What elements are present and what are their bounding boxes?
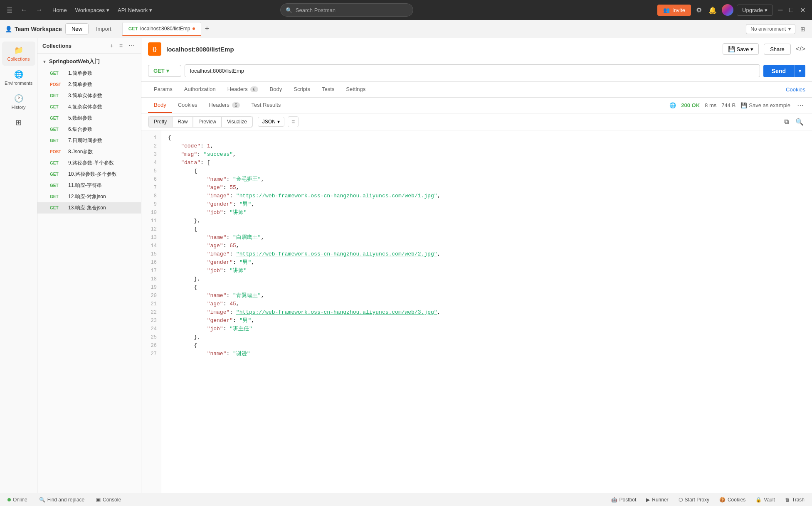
method-select[interactable]: GET ▾ [148,65,181,77]
upgrade-button[interactable]: Upgrade ▾ [737,5,773,16]
sidebar-item-collections[interactable]: 📁 Collections [2,42,35,66]
list-item[interactable]: GET 6.集合参数 [37,124,141,135]
json-viewer[interactable]: 1 2 3 4 5 6 7 8 9 10 11 12 13 14 15 16 1 [141,130,812,493]
runner-button[interactable]: ▶ Runner [644,497,671,503]
method-badge: GET [50,161,65,165]
save-as-example-button[interactable]: 💾 Save as example [740,102,790,108]
list-item[interactable]: GET 13.响应-集合json [37,202,141,214]
code-icon[interactable]: </> [796,45,805,53]
url-input[interactable] [185,64,760,77]
wrap-button[interactable]: ≡ [288,116,299,127]
topbar-nav: Home Workspaces ▾ API Network ▾ [49,5,155,15]
trash-button[interactable]: 🗑 Trash [782,497,807,503]
list-item[interactable]: GET 12.响应-对象json [37,191,141,202]
online-status[interactable]: Online [5,497,30,503]
response-time: 8 ms [705,102,716,108]
invite-button[interactable]: 👥 Invite [657,5,691,16]
sidebar-item-environments[interactable]: 🌐 Environments [2,66,35,90]
environment-selector[interactable]: No environment ▾ [746,24,795,34]
list-item[interactable]: GET 3.简单实体参数 [37,90,141,101]
collection-tree: ▼ SpringbootWeb入门 GET 1.简单参数 POST 2.简单参数… [37,54,141,493]
item-name: 10.路径参数-多个参数 [68,171,117,178]
list-item[interactable]: POST 2.简单参数 [37,79,141,90]
request-tab[interactable]: GET localhost:8080/listEmp [122,22,202,36]
tab-scripts[interactable]: Scripts [288,82,316,97]
workspaces-nav-item[interactable]: Workspaces ▾ [72,5,113,15]
cookies-link[interactable]: Cookies [786,82,805,97]
add-tab-button[interactable]: + [201,23,212,35]
notifications-icon[interactable]: 🔔 [707,5,718,16]
list-item[interactable]: GET 11.响应-字符串 [37,180,141,191]
close-button[interactable]: ✕ [798,5,807,16]
item-name: 11.响应-字符串 [68,182,102,189]
sidebar: 📁 Collections 🌐 Environments 🕐 History ⊞ [0,38,37,493]
api-network-nav-item[interactable]: API Network ▾ [114,5,155,15]
tab-params[interactable]: Params [148,82,178,97]
collection-folder[interactable]: ▼ SpringbootWeb入门 [37,55,141,68]
maximize-button[interactable]: □ [787,5,795,15]
send-button[interactable]: Send [763,65,794,77]
tab-tests[interactable]: Tests [316,82,340,97]
workspace-name[interactable]: 👤 Team Workspace [5,26,62,32]
tab-headers[interactable]: Headers 6 [222,82,264,97]
tab-settings[interactable]: Settings [340,82,371,97]
tab-body[interactable]: Body [264,82,288,97]
response-tab-test-results[interactable]: Test Results [246,98,287,113]
view-preview-button[interactable]: Preview [193,116,222,127]
list-item[interactable]: POST 8.Json参数 [37,146,141,157]
format-select[interactable]: JSON ▾ [258,117,284,127]
find-replace-button[interactable]: 🔍 Find and replace [37,497,87,503]
item-name: 7.日期时间参数 [68,137,102,144]
list-item[interactable]: GET 1.简单参数 [37,68,141,79]
filter-button[interactable]: ≡ [118,42,124,50]
response-tab-body[interactable]: Body [148,98,172,113]
nav-back-button[interactable]: ← [19,5,29,15]
response-tab-headers[interactable]: Headers 5 [203,98,246,113]
cookies-bottom-button[interactable]: 🍪 Cookies [717,497,748,503]
postbot-button[interactable]: 🤖 Postbot [609,497,639,503]
nav-forward-button[interactable]: → [34,5,44,15]
bottom-right: 🤖 Postbot ▶ Runner ⬡ Start Proxy 🍪 Cooki… [609,497,807,503]
json-content: { "code": 1, "msg": "success", "data": [… [161,130,812,493]
start-proxy-button[interactable]: ⬡ Start Proxy [676,497,712,503]
new-button[interactable]: New [65,23,89,34]
home-nav-item[interactable]: Home [49,5,70,15]
list-item[interactable]: GET 10.路径参数-多个参数 [37,169,141,180]
copy-button[interactable]: ⧉ [782,116,790,128]
menu-icon[interactable]: ☰ [5,5,14,16]
method-badge: GET [50,71,65,76]
list-item[interactable]: GET 9.路径参数-单个参数 [37,157,141,169]
view-visualize-button[interactable]: Visualize [222,116,252,127]
view-raw-button[interactable]: Raw [172,116,193,127]
sidebar-item-mock[interactable]: ⊞ [2,114,35,131]
list-item[interactable]: GET 4.复杂实体参数 [37,101,141,113]
request-title: localhost:8080/listEmp [166,46,718,53]
sidebar-item-collections-label: Collections [7,56,30,61]
send-arrow-button[interactable]: ▾ [794,65,805,77]
console-button[interactable]: ▣ Console [94,497,123,503]
topbar: ☰ ← → Home Workspaces ▾ API Network ▾ 🔍 … [0,0,812,20]
sidebar-item-history[interactable]: 🕐 History [2,90,35,114]
response-tab-cookies[interactable]: Cookies [172,98,203,113]
minimize-button[interactable]: ─ [776,5,784,15]
avatar[interactable] [722,4,733,16]
more-response-options[interactable]: ⋯ [795,100,805,111]
share-button[interactable]: Share [764,44,791,55]
add-collection-button[interactable]: + [109,42,115,50]
vault-button[interactable]: 🔒 Vault [753,497,777,503]
tab-authorization[interactable]: Authorization [178,82,222,97]
more-options-button[interactable]: ⋯ [127,42,136,50]
import-button[interactable]: Import [92,24,116,34]
list-item[interactable]: GET 7.日期时间参数 [37,135,141,146]
list-item[interactable]: GET 5.数组参数 [37,113,141,124]
search-response-button[interactable]: 🔍 [794,116,805,128]
tab-bar: GET localhost:8080/listEmp + [122,22,743,36]
search-bar[interactable]: 🔍 Search Postman [280,3,413,17]
method-badge: GET [50,183,65,188]
layout-icon[interactable]: ⊞ [799,24,807,34]
view-pretty-button[interactable]: Pretty [148,116,172,127]
save-button[interactable]: 💾 Save ▾ [723,43,759,55]
method-badge: GET [50,138,65,143]
settings-icon[interactable]: ⚙ [694,5,703,16]
response-size: 744 B [721,102,735,108]
